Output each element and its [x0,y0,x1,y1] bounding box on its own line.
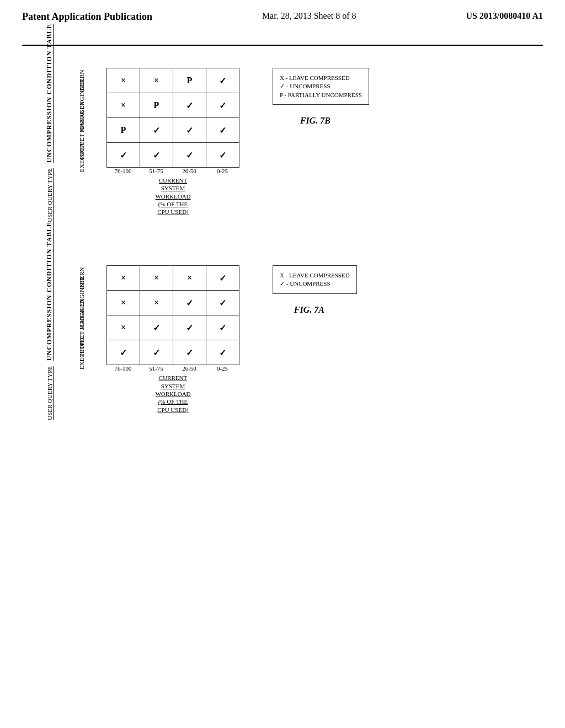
fig7a-matrix-area: INTERN JUNIOR ENGINEER PROJECT MANAGER E… [57,265,239,413]
fig7b-matrix-area: INTERN JUNIOR ENGINEER PROJECT MANAGER E… [57,68,239,216]
cell-2-0: P [107,118,140,143]
col-num-a-1: 51-75 [140,365,173,372]
fig7b-table-title-area: UNCOMPRESSION CONDITION TABLE USER QUERY… [45,68,54,178]
table-row: × ✓ ✓ ✓ [107,315,239,340]
cell-a-0-1: × [140,266,173,291]
figure-7b-content: UNCOMPRESSION CONDITION TABLE USER QUERY… [45,68,369,216]
fig7b-matrix-and-labels: INTERN JUNIOR ENGINEER PROJECT MANAGER E… [57,68,239,168]
fig7a-grid: × × × ✓ × × ✓ ✓ [106,265,239,365]
cell-a-2-1: ✓ [140,315,173,340]
fig7a-y-axis: USER QUERY TYPE [46,366,53,420]
col-num-a-2: 26-50 [173,365,206,372]
cell-0-2: P [173,68,206,93]
cell-a-1-0: × [107,291,140,315]
fig7b-x-axis-label: CURRENT SYSTEM WORKLOAD (% OF THE CPU US… [155,176,190,216]
col-num-0: 76-100 [106,168,140,174]
cell-a-0-3: ✓ [206,266,239,291]
cell-0-3: ✓ [206,68,239,93]
col-num-2: 26-50 [173,168,206,174]
fig7b-row-exec: EXECUTIVE [57,143,106,168]
cell-1-3: ✓ [206,93,239,118]
cell-3-2: ✓ [173,143,206,168]
cell-a-3-3: ✓ [206,340,239,365]
fig7b-grid: × × P ✓ × P ✓ ✓ [106,68,239,168]
col-num-3: 0-25 [206,168,239,174]
cell-0-0: × [107,68,140,93]
table-row: × × ✓ ✓ [107,291,239,315]
fig7a-label: FIG. 7A [294,305,324,315]
cell-a-0-0: × [107,266,140,291]
fig7a-legend-item-0: X - LEAVE COMPRESSED [280,272,350,279]
cell-1-2: ✓ [173,93,206,118]
fig7a-table-title: UNCOMPRESSION CONDITION TABLE [45,222,54,361]
fig7a-x-axis-block: CURRENT SYSTEM WORKLOAD (% OF THE CPU US… [106,374,239,413]
table-row: × × × ✓ [107,266,239,291]
fig7a-row-exec: EXECUTIVE [57,340,106,365]
col-num-1: 51-75 [140,168,173,174]
fig7b-legend: X - LEAVE COMPRESSED ✓ - UNCOMPRESS P - … [273,68,369,105]
cell-a-3-0: ✓ [107,340,140,365]
cell-a-0-2: × [173,266,206,291]
figure-7a-container: UNCOMPRESSION CONDITION TABLE USER QUERY… [45,265,520,413]
fig7b-table-title: UNCOMPRESSION CONDITION TABLE [45,24,54,163]
fig7a-right: X - LEAVE COMPRESSED ✓ - UNCOMPRESS FIG.… [256,265,357,315]
cell-a-2-0: × [107,315,140,340]
cell-a-1-1: × [140,291,173,315]
cell-1-1: P [140,93,173,118]
fig7a-table-title-area: UNCOMPRESSION CONDITION TABLE USER QUERY… [45,265,54,376]
fig7a-legend-item-1: ✓ - UNCOMPRESS [280,280,350,287]
fig7b-label: FIG. 7B [300,116,331,126]
table-row: ✓ ✓ ✓ ✓ [107,143,239,168]
table-row: × × P ✓ [107,68,239,93]
fig7b-legend-item-1: ✓ - UNCOMPRESS [280,83,362,90]
fig7b-legend-item-0: X - LEAVE COMPRESSED [280,74,362,81]
page: Patent Application Publication Mar. 28, … [0,0,565,728]
cell-a-3-2: ✓ [173,340,206,365]
header: Patent Application Publication Mar. 28, … [22,11,543,28]
cell-3-3: ✓ [206,143,239,168]
cell-a-2-2: ✓ [173,315,206,340]
cell-3-1: ✓ [140,143,173,168]
fig7a-legend: X - LEAVE COMPRESSED ✓ - UNCOMPRESS [273,265,357,294]
header-center: Mar. 28, 2013 Sheet 8 of 8 [262,11,356,21]
fig7b-x-axis-block: CURRENT SYSTEM WORKLOAD (% OF THE CPU US… [106,176,239,216]
col-num-a-0: 76-100 [106,365,140,372]
cell-2-2: ✓ [173,118,206,143]
cell-1-0: × [107,93,140,118]
table-row: P ✓ ✓ ✓ [107,118,239,143]
fig7b-y-axis: USER QUERY TYPE [46,168,53,222]
cell-a-3-1: ✓ [140,340,173,365]
fig7a-matrix-and-labels: INTERN JUNIOR ENGINEER PROJECT MANAGER E… [57,265,239,365]
figure-7b-container: UNCOMPRESSION CONDITION TABLE USER QUERY… [45,68,520,216]
cell-3-0: ✓ [107,143,140,168]
fig7a-row-labels: INTERN JUNIOR ENGINEER PROJECT MANAGER E… [57,266,106,365]
fig7a-col-numbers: 76-100 51-75 26-50 0-25 [106,365,239,372]
col-num-a-3: 0-25 [206,365,239,372]
cell-0-1: × [140,68,173,93]
fig7b-row-labels: INTERN JUNIOR ENGINEER PROJECT MANAGER E… [57,68,106,168]
figure-7a-content: UNCOMPRESSION CONDITION TABLE USER QUERY… [45,265,357,413]
fig7a-x-axis-label: CURRENT SYSTEM WORKLOAD (% OF THE CPU US… [155,374,190,413]
cell-2-1: ✓ [140,118,173,143]
fig7b-right: X - LEAVE COMPRESSED ✓ - UNCOMPRESS P - … [256,68,369,126]
header-right: US 2013/0080410 A1 [466,11,543,21]
table-row: × P ✓ ✓ [107,93,239,118]
header-left: Patent Application Publication [22,11,152,23]
fig7b-legend-item-2: P - PARTIALLY UNCOMPRESS [280,92,362,98]
cell-a-1-2: ✓ [173,291,206,315]
cell-2-3: ✓ [206,118,239,143]
cell-a-2-3: ✓ [206,315,239,340]
table-row: ✓ ✓ ✓ ✓ [107,340,239,365]
cell-a-1-3: ✓ [206,291,239,315]
fig7b-col-numbers: 76-100 51-75 26-50 0-25 [106,168,239,174]
